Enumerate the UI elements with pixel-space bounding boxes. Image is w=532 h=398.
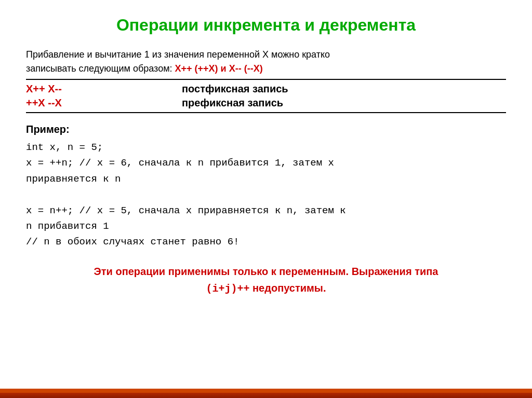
- intro-line2-red: X++ (++X) и X-- (--X): [175, 63, 263, 74]
- notation-row-prefix: ++X --X префиксная запись: [26, 96, 506, 110]
- slide: Операции инкремента и декремента Прибавл…: [0, 0, 532, 398]
- warning-code: (i+j)++: [206, 283, 249, 295]
- warning-line2: (i+j)++ недопустимы.: [26, 280, 506, 297]
- intro-paragraph: Прибавление и вычитание 1 из значения пе…: [26, 48, 506, 76]
- code-line-5: n прибавится 1: [26, 218, 506, 234]
- bottom-bar: [0, 389, 532, 398]
- code-line-4: x = n++; // x = 5, сначала x приравняетс…: [26, 203, 506, 218]
- slide-title: Операции инкремента и декремента: [26, 16, 506, 35]
- notation-prefix-label: префиксная запись: [182, 97, 283, 109]
- example-label: Пример:: [26, 123, 506, 135]
- intro-line1: Прибавление и вычитание 1 из значения пе…: [26, 49, 330, 60]
- notation-postfix-label: постфиксная запись: [182, 83, 288, 95]
- code-line-blank1: [26, 187, 506, 202]
- bottom-bar-inner: [0, 389, 532, 393]
- notation-postfix-symbols: X++ X--: [26, 83, 182, 95]
- code-line-3: приравняется к n: [26, 171, 506, 187]
- notation-prefix-symbols: ++X --X: [26, 97, 182, 109]
- notation-row-postfix: X++ X-- постфиксная запись: [26, 82, 506, 96]
- code-line-2: x = ++n; // x = 6, сначала к n прибавитс…: [26, 155, 506, 171]
- notation-table: X++ X-- постфиксная запись ++X --X префи…: [26, 79, 506, 113]
- code-block: int x, n = 5; x = ++n; // x = 6, сначала…: [26, 140, 506, 250]
- intro-line2-start: записывать следующим образом:: [26, 63, 175, 74]
- warning-block: Эти операции применимы только к переменн…: [26, 263, 506, 297]
- warning-line1: Эти операции применимы только к переменн…: [26, 263, 506, 280]
- warning-end: недопустимы.: [249, 282, 326, 294]
- code-line-6: // n в обоих случаях станет равно 6!: [26, 234, 506, 250]
- code-line-1: int x, n = 5;: [26, 140, 506, 155]
